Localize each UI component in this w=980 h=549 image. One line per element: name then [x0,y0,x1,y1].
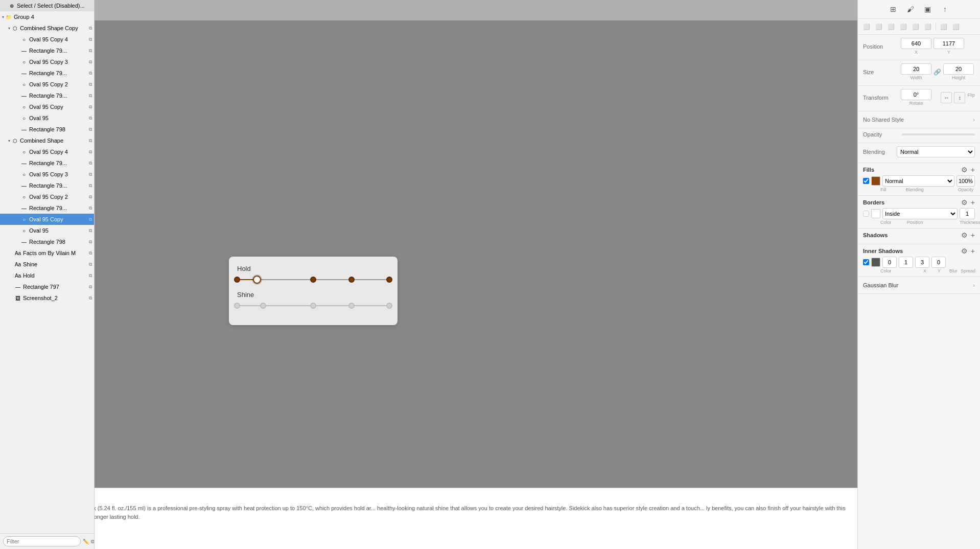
edit-icon[interactable]: ✏️ [83,539,89,544]
search-input[interactable] [3,536,81,546]
expand-arrow-group4[interactable]: ▾ [2,15,4,19]
shine-dot-17[interactable] [260,303,266,309]
layer-item-rectangle-79-4[interactable]: — Rectangle 79... ⧉ [0,157,94,169]
shine-dot-50[interactable] [310,303,316,309]
hold-dot-active[interactable] [253,276,261,284]
copy-btn-oval-95-copy-3-top[interactable]: ⧉ [89,59,92,65]
blending-select[interactable]: Normal [897,146,975,157]
align-center-v-btn[interactable]: ⬜ [910,21,921,32]
hold-slider[interactable] [237,277,389,283]
inner-shadow-x-input[interactable] [882,257,897,268]
align-center-h-btn[interactable]: ⬜ [873,21,884,32]
position-y-input[interactable] [934,38,964,49]
copy-btn-rectangle-79-5[interactable]: ⧉ [89,183,92,189]
layer-item-oval-95-copy-4-bot[interactable]: ○ Oval 95 Copy 4 ⧉ [0,146,94,157]
copy-btn-oval-95-copy-top[interactable]: ⧉ [89,104,92,110]
expand-arrow-combined-shape[interactable]: ▾ [8,139,10,143]
distribute-v-btn[interactable]: ⬜ [950,21,962,32]
fills-settings-btn[interactable]: ⚙ [961,166,968,173]
layer-item-combined-shape-copy[interactable]: ▾ ⬡ Combined Shape Copy ⧉ [0,22,94,34]
shine-slider[interactable] [237,303,389,309]
layer-item-rectangle-79-6[interactable]: — Rectangle 79... ⧉ [0,202,94,214]
layer-item-hold-text[interactable]: Aa Hold ⧉ [0,270,94,281]
distribute-h-btn[interactable]: ⬜ [938,21,949,32]
layer-item-shine-text[interactable]: Aa Shine ⧉ [0,259,94,270]
expand-arrow-combined-shape-copy[interactable]: ▾ [8,26,10,31]
copy-btn-oval-95-copy-2-bot[interactable]: ⧉ [89,194,92,200]
panel-icon-view-toggle[interactable]: ▣ [921,2,935,16]
inner-shadow-checkbox[interactable] [863,259,869,265]
copy-btn-rectangle-79-1[interactable]: ⧉ [89,48,92,54]
layer-item-select-disabled[interactable]: ⊕ Select / Select (Disabled)... [0,0,94,11]
layer-item-oval-95-bot[interactable]: ○ Oval 95 ⧉ [0,225,94,236]
flip-v-btn[interactable]: ↕ [954,92,965,103]
flip-h-btn[interactable]: ↔ [941,92,952,103]
layer-item-oval-95-copy-3-bot[interactable]: ○ Oval 95 Copy 3 ⧉ [0,169,94,180]
layer-item-rectangle-798-top[interactable]: — Rectangle 798 ⧉ [0,124,94,135]
fill-color-swatch[interactable] [871,176,880,186]
align-left-btn[interactable]: ⬜ [861,21,872,32]
layer-item-oval-95-copy-top[interactable]: ○ Oval 95 Copy ⧉ [0,101,94,112]
copy-btn-rectangle-79-4[interactable]: ⧉ [89,161,92,166]
gaussian-arrow[interactable]: › [973,282,975,288]
border-color-swatch[interactable] [871,209,880,218]
layer-item-rectangle-79-5[interactable]: — Rectangle 79... ⧉ [0,180,94,191]
align-top-btn[interactable]: ⬜ [898,21,909,32]
copy-btn-rectangle-798-bot[interactable]: ⧉ [89,239,92,245]
borders-settings-btn[interactable]: ⚙ [961,199,968,206]
fill-checkbox[interactable] [863,178,869,184]
copy-btn-facts-om-by[interactable]: ⧉ [89,250,92,256]
shine-dot-0[interactable] [234,303,240,309]
align-right-btn[interactable]: ⬜ [885,21,897,32]
hold-dot-50[interactable] [310,277,316,283]
rotate-input[interactable] [901,89,931,100]
width-input[interactable] [901,63,931,75]
fills-add-btn[interactable]: + [971,166,975,173]
layer-item-oval-95-copy-bot[interactable]: ○ Oval 95 Copy ⧉ [0,214,94,225]
copy-btn-rectangle-797[interactable]: ⧉ [89,284,92,290]
height-input[interactable] [943,63,974,75]
copy-btn-screenshot-2[interactable]: ⧉ [89,295,92,301]
copy-btn-rectangle-798-top[interactable]: ⧉ [89,127,92,132]
layer-item-screenshot-2[interactable]: 🖼 Screenshot_2 ⧉ [0,292,94,304]
layer-item-rectangle-797[interactable]: — Rectangle 797 ⧉ [0,281,94,292]
copy-btn-oval-95-copy-4-top[interactable]: ⧉ [89,37,92,42]
shadows-settings-btn[interactable]: ⚙ [961,232,968,239]
fill-blend-select[interactable]: Normal [882,175,954,187]
shadows-add-btn[interactable]: + [971,232,975,239]
hold-dot-0[interactable] [234,277,240,283]
border-thickness-input[interactable] [960,208,975,219]
position-x-input[interactable] [901,38,931,49]
layer-item-oval-95-copy-4-top[interactable]: ○ Oval 95 Copy 4 ⧉ [0,34,94,45]
layer-item-oval-95-copy-3-top[interactable]: ○ Oval 95 Copy 3 ⧉ [0,56,94,67]
inner-shadow-spread-input[interactable] [931,257,946,268]
inner-shadows-settings-btn[interactable]: ⚙ [961,247,968,255]
shine-dot-75[interactable] [348,303,355,309]
layer-item-group4[interactable]: ▾ 📁 Group 4 [0,11,94,22]
layer-item-combined-shape[interactable]: ▾ ⬡ Combined Shape ⧉ [0,135,94,146]
copy-btn-rectangle-79-2[interactable]: ⧉ [89,71,92,76]
layer-item-rectangle-79-1[interactable]: — Rectangle 79... ⧉ [0,45,94,56]
copy-btn-combined-shape-copy[interactable]: ⧉ [89,26,92,31]
inner-shadow-blur-input[interactable] [915,257,929,268]
copy-btn-hold-text[interactable]: ⧉ [89,273,92,279]
layer-item-rectangle-79-3[interactable]: — Rectangle 79... ⧉ [0,90,94,101]
opacity-slider[interactable] [902,133,975,135]
copy-btn-oval-95-copy-3-bot[interactable]: ⧉ [89,172,92,177]
canvas-background[interactable]: Hold Shine beskriv [95,20,857,549]
panel-icon-style[interactable]: 🖌 [903,2,918,16]
panel-icon-component[interactable]: ⊞ [886,2,900,16]
inner-shadows-add-btn[interactable]: + [971,247,975,255]
layer-item-rectangle-798-bot[interactable]: — Rectangle 798 ⧉ [0,236,94,247]
copy-btn-oval-95-copy-4-bot[interactable]: ⧉ [89,149,92,155]
copy-btn-oval-95-copy-2-top[interactable]: ⧉ [89,82,92,87]
copy-btn-combined-shape[interactable]: ⧉ [89,138,92,144]
align-bottom-btn[interactable]: ⬜ [922,21,934,32]
layer-item-rectangle-79-2[interactable]: — Rectangle 79... ⧉ [0,67,94,79]
shared-style-arrow[interactable]: › [973,117,975,123]
layer-item-oval-95-copy-2-top[interactable]: ○ Oval 95 Copy 2 ⧉ [0,79,94,90]
inner-shadow-y-input[interactable] [899,257,913,268]
shine-dot-100[interactable] [386,303,392,309]
panel-icon-export[interactable]: ↑ [938,2,952,16]
border-checkbox[interactable] [863,211,869,217]
